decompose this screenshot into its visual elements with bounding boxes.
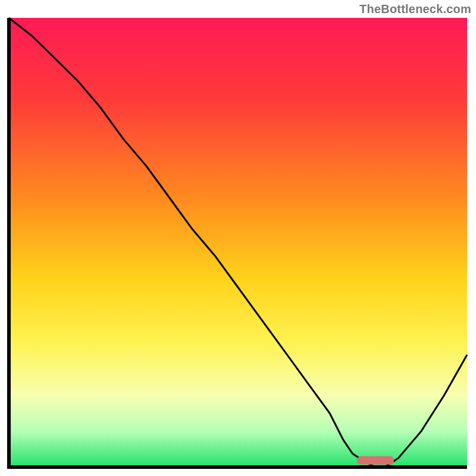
watermark-text: TheBottleneck.com xyxy=(359,2,471,16)
bottleneck-chart xyxy=(0,0,476,476)
chart-container: { "watermark": "TheBottleneck.com", "cha… xyxy=(0,0,476,476)
gradient-background xyxy=(9,18,467,467)
optimal-zone-marker xyxy=(357,456,394,465)
